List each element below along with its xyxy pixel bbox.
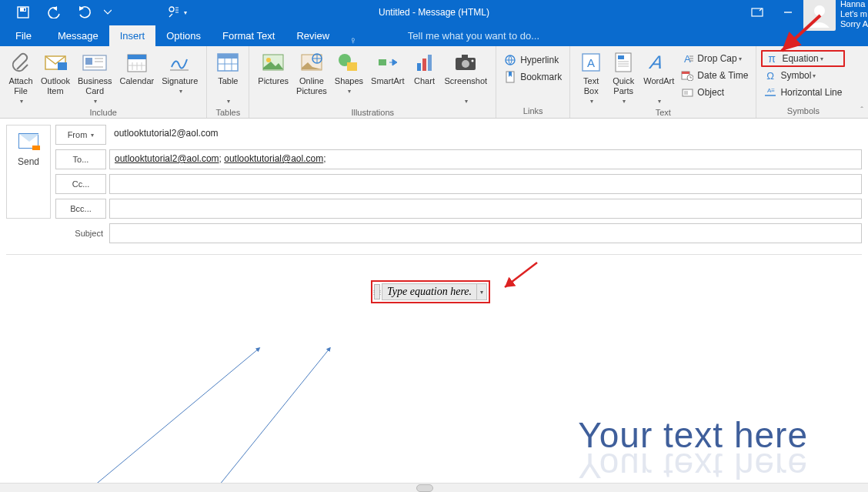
- paperclip-icon: [8, 50, 33, 75]
- tell-me-input[interactable]: Tell me what you want to do...: [408, 30, 539, 42]
- save-icon[interactable]: [8, 0, 38, 25]
- bookmark-button[interactable]: Bookmark: [501, 69, 565, 85]
- drop-cap-button[interactable]: A Drop Cap▾: [678, 50, 751, 67]
- tab-format-text[interactable]: Format Text: [212, 25, 285, 46]
- ribbon-tabs: File Message Insert Options Format Text …: [0, 25, 868, 46]
- outlook-item-button[interactable]: Outlook Item: [37, 49, 74, 98]
- text-box-button[interactable]: A Text Box▾: [575, 49, 607, 108]
- quick-access-toolbar: ▾: [8, 0, 192, 25]
- to-field[interactable]: outlooktutorial2@aol.com; outlooktutoria…: [109, 149, 862, 169]
- group-tables: Table▾ Tables: [207, 46, 249, 118]
- equation-editor-box[interactable]: ⋮⋮ Type equation here. ▾: [371, 280, 490, 303]
- group-label-include: Include: [5, 108, 202, 117]
- group-label-illustrations: Illustrations: [254, 108, 491, 117]
- smartart-button[interactable]: SmartArt: [367, 49, 408, 88]
- svg-rect-33: [379, 59, 386, 65]
- to-button[interactable]: To...: [55, 149, 106, 169]
- tab-insert[interactable]: Insert: [109, 25, 156, 46]
- horizontal-scrollbar[interactable]: [0, 483, 868, 492]
- tab-message[interactable]: Message: [47, 25, 109, 46]
- screenshot-button[interactable]: Screenshot▾: [441, 49, 492, 108]
- inserted-shapes-triangles[interactable]: [68, 347, 391, 492]
- svg-rect-9: [58, 62, 67, 70]
- svg-rect-35: [422, 59, 426, 71]
- ribbon-insert: Attach File▾ Outlook Item Business Card▾…: [0, 46, 868, 119]
- equation-options-dropdown[interactable]: ▾: [476, 283, 487, 300]
- to-recipient-2[interactable]: outlooktutorial@aol.com: [224, 153, 323, 164]
- cc-field[interactable]: [109, 174, 862, 194]
- shapes-icon: [336, 50, 361, 75]
- user-name: Hanna: [840, 0, 868, 9]
- svg-rect-34: [417, 63, 421, 71]
- tab-file[interactable]: File: [0, 25, 47, 46]
- group-links: Hyperlink Bookmark Links: [496, 46, 570, 118]
- lightbulb-icon[interactable]: ♀: [345, 35, 362, 46]
- title-bar: ▾ Untitled - Message (HTML) Hanna Let's …: [0, 0, 868, 25]
- quick-parts-icon: [611, 50, 636, 75]
- pictures-button[interactable]: Pictures: [254, 49, 292, 88]
- wordart-reflection: Your text here: [578, 445, 808, 487]
- redo-icon[interactable]: [69, 0, 100, 25]
- group-label-text: Text: [575, 108, 751, 117]
- svg-text:Ω: Ω: [767, 70, 775, 81]
- subject-field[interactable]: [109, 223, 862, 243]
- table-button[interactable]: Table▾: [212, 49, 244, 108]
- user-status-2: Sorry A: [840, 19, 868, 29]
- svg-text:A: A: [587, 56, 595, 69]
- group-text: A Text Box▾ Quick Parts▾ A WordArt▾ A Dr…: [570, 46, 756, 118]
- message-body[interactable]: ⋮⋮ Type equation here. ▾ Your text here …: [6, 254, 862, 492]
- svg-rect-46: [618, 55, 624, 59]
- horizontal-line-button[interactable]: A≡ Horizontal Line: [761, 84, 845, 101]
- horizontal-line-icon: A≡: [764, 86, 776, 99]
- wordart-button[interactable]: A WordArt▾: [639, 49, 678, 108]
- svg-point-3: [169, 7, 174, 12]
- tab-review[interactable]: Review: [285, 25, 340, 46]
- date-time-icon: [681, 69, 693, 82]
- tab-options[interactable]: Options: [155, 25, 212, 46]
- qat-more-icon[interactable]: [100, 0, 115, 25]
- business-card-button[interactable]: Business Card▾: [74, 49, 116, 108]
- to-recipient-1[interactable]: outlooktutorial2@aol.com: [115, 153, 219, 164]
- table-icon: [215, 50, 240, 75]
- cc-button[interactable]: Cc...: [55, 174, 106, 194]
- attach-file-button[interactable]: Attach File▾: [5, 49, 37, 108]
- equation-handle-icon[interactable]: ⋮⋮: [374, 284, 380, 300]
- svg-text:A: A: [648, 52, 666, 72]
- svg-rect-36: [428, 55, 432, 71]
- svg-line-66: [206, 349, 329, 492]
- online-pictures-button[interactable]: Online Pictures: [292, 49, 331, 98]
- svg-text:A≡: A≡: [767, 88, 775, 94]
- from-button[interactable]: From ▾: [55, 125, 106, 145]
- scrollbar-thumb[interactable]: [416, 484, 433, 492]
- group-label-links: Links: [501, 106, 565, 115]
- symbol-button[interactable]: Ω Symbol▾: [761, 67, 845, 84]
- shapes-button[interactable]: Shapes▾: [331, 49, 367, 98]
- bcc-button[interactable]: Bcc...: [55, 199, 106, 219]
- from-value: outlooktutorial2@aol.com: [109, 125, 862, 145]
- quick-parts-button[interactable]: Quick Parts▾: [607, 49, 639, 108]
- svg-point-40: [472, 60, 474, 62]
- svg-point-39: [462, 60, 469, 68]
- business-card-icon: [82, 50, 107, 75]
- collapse-ribbon-icon[interactable]: ˆ: [860, 105, 863, 115]
- calendar-button[interactable]: Calendar: [116, 49, 159, 88]
- group-label-symbols: Symbols: [761, 106, 845, 115]
- group-label-tables: Tables: [212, 108, 244, 117]
- touch-mouse-mode-icon[interactable]: ▾: [162, 0, 192, 25]
- hyperlink-button[interactable]: Hyperlink: [501, 52, 565, 69]
- equation-placeholder-text[interactable]: Type equation here.: [382, 283, 477, 300]
- svg-rect-11: [85, 58, 92, 65]
- svg-rect-16: [128, 55, 146, 59]
- object-button[interactable]: Object: [678, 84, 751, 101]
- date-time-button[interactable]: Date & Time: [678, 67, 751, 84]
- subject-label: Subject: [55, 229, 106, 238]
- undo-icon[interactable]: [38, 0, 69, 25]
- omega-icon: Ω: [764, 69, 776, 82]
- bcc-field[interactable]: [109, 199, 862, 219]
- ribbon-display-options-icon[interactable]: [742, 0, 773, 25]
- send-button[interactable]: Send: [6, 125, 51, 219]
- compose-header: Send From ▾ outlooktutorial2@aol.com To.…: [0, 119, 868, 254]
- signature-button[interactable]: Signature▾: [158, 49, 202, 98]
- chart-button[interactable]: Chart: [409, 49, 441, 88]
- envelope-icon: [43, 50, 68, 75]
